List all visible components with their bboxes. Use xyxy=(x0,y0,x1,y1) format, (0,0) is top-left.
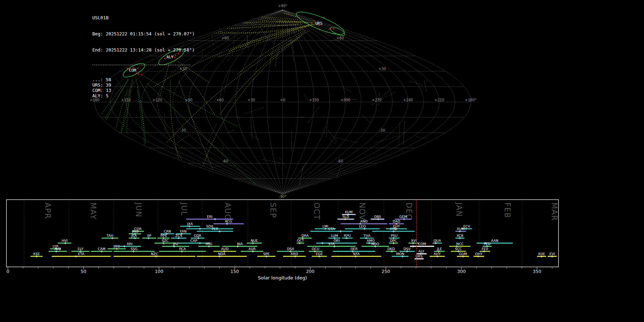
shower-bar-AVB xyxy=(49,251,67,252)
shower-peak-marker: + xyxy=(177,236,180,240)
shower-peak-marker: + xyxy=(354,254,357,258)
sporadic-trail xyxy=(206,153,207,159)
sporadic-trail xyxy=(207,124,216,145)
shower-peak-marker: + xyxy=(368,241,371,245)
shower-label-COM: COM xyxy=(418,242,426,246)
shower-peak-marker: + xyxy=(462,254,464,258)
sporadic-trail xyxy=(299,166,303,185)
longitude-label: +60 xyxy=(216,98,224,102)
month-label: APR xyxy=(43,203,52,219)
shower-bar-MON xyxy=(392,256,409,257)
shower-peak-marker: + xyxy=(147,236,150,240)
month-label: JUL xyxy=(180,202,188,216)
shower-peak-marker: + xyxy=(464,227,467,231)
shower-peak-marker: + xyxy=(208,244,210,248)
shower-bar-SDA xyxy=(186,228,233,229)
sporadic-trail xyxy=(292,42,294,53)
shower-label-CAP: CAP xyxy=(190,239,197,243)
longitude-label: +240 xyxy=(403,98,413,102)
shower-peak-marker: + xyxy=(123,244,126,248)
shower-bar-NDA xyxy=(197,256,247,257)
shower-peak-marker: + xyxy=(392,241,395,245)
month-label: MAR xyxy=(550,203,558,221)
sporadic-trail xyxy=(409,81,422,85)
shower-peak-marker: + xyxy=(64,241,67,245)
shower-peak-marker: + xyxy=(199,227,201,231)
shower-peak-marker: + xyxy=(180,249,183,253)
shower-peak-marker: + xyxy=(363,227,366,231)
x-axis-title: Solar longitude (deg) xyxy=(258,275,307,280)
sporadic-trail xyxy=(362,115,371,123)
month-label: NOV xyxy=(358,203,366,221)
radiant-label: URS xyxy=(315,21,322,26)
shower-peak-marker: + xyxy=(298,241,301,245)
month-label: SEP xyxy=(269,203,277,218)
shower-peak-marker: + xyxy=(226,222,229,226)
radiant-fit-marker: + xyxy=(318,27,321,31)
longitude-label: +30 xyxy=(248,98,255,102)
longitude-label: +270 xyxy=(372,98,381,102)
sporadic-trail xyxy=(224,70,230,92)
shower-bars: KUM+ERI+SLD+OBS+GEM+KCG+AND+DAD+JXA+SDA+… xyxy=(30,210,557,261)
shower-peak-marker: + xyxy=(339,229,342,233)
meteor-counts: ...: 58URS: 39COM: 13ALY: 5 xyxy=(92,77,195,98)
shower-label-ARI: ARI xyxy=(127,242,132,246)
sporadic-trail xyxy=(247,35,249,50)
shower-peak-marker: + xyxy=(74,254,77,258)
shower-peak-marker: + xyxy=(436,254,439,258)
sporadic-trail xyxy=(424,82,426,91)
pole-label-north: +90° xyxy=(278,4,287,8)
shower-peak-marker: + xyxy=(345,236,348,240)
shower-peak-marker: + xyxy=(324,227,327,231)
shower-bar-CTA xyxy=(310,231,352,232)
sporadic-trail xyxy=(226,58,230,61)
shower-bar-ETA xyxy=(52,256,111,257)
latitude-label: -30 xyxy=(379,128,385,132)
sporadic-trail xyxy=(326,122,328,137)
shower-peak-marker: + xyxy=(343,217,346,221)
sporadic-trail xyxy=(343,87,352,93)
shower-peak-marker: + xyxy=(377,217,380,221)
sporadic-trail xyxy=(165,113,165,130)
radiant-fit-marker: + xyxy=(322,15,325,19)
month-label: JUN xyxy=(134,202,143,218)
sporadic-trail xyxy=(245,107,264,114)
x-tick-label: 150 xyxy=(230,269,239,274)
sporadic-trail xyxy=(307,107,319,124)
shower-bar-TAH xyxy=(102,238,118,239)
radiant-fit-marker: + xyxy=(328,27,331,30)
shower-peak-marker: + xyxy=(115,247,118,251)
radiant-fit-marker: + xyxy=(312,19,315,23)
meteor-trail xyxy=(268,26,308,40)
meteor-trail xyxy=(214,25,309,33)
meteor-trail xyxy=(220,31,308,115)
radiant-fit-marker: + xyxy=(332,27,335,30)
shower-peak-marker: + xyxy=(294,254,297,258)
x-axis: 050100150200250300350Solar longitude (de… xyxy=(6,267,552,280)
latitude-label: -60 xyxy=(337,159,343,163)
shower-peak-marker: + xyxy=(411,244,414,248)
shower-peak-marker: + xyxy=(540,254,543,258)
sporadic-trail xyxy=(247,35,248,47)
shower-peak-marker: + xyxy=(251,249,254,253)
shower-label-ORI: ORI xyxy=(334,239,340,243)
sporadic-trail xyxy=(202,47,203,58)
shower-peak-marker: + xyxy=(405,249,408,253)
sporadic-trail xyxy=(329,139,336,144)
sporadic-trail xyxy=(275,43,280,67)
shower-bar-NUE xyxy=(247,243,262,244)
sporadic-trail xyxy=(214,165,236,166)
shower-peak-marker: + xyxy=(318,254,321,258)
sporadic-trail xyxy=(416,137,428,138)
sporadic-trail xyxy=(263,160,280,163)
shower-peak-marker: + xyxy=(374,244,377,248)
shower-peak-marker: + xyxy=(218,229,221,233)
shower-peak-marker: + xyxy=(483,249,486,253)
shower-peak-marker: + xyxy=(100,249,103,253)
shower-peak-marker: + xyxy=(199,241,201,245)
sporadic-trail xyxy=(232,33,235,56)
sporadic-trail xyxy=(381,92,395,99)
x-tick-label: 300 xyxy=(457,269,466,274)
month-label: OCT xyxy=(312,203,321,220)
count-line: ALY: 5 xyxy=(92,93,195,98)
